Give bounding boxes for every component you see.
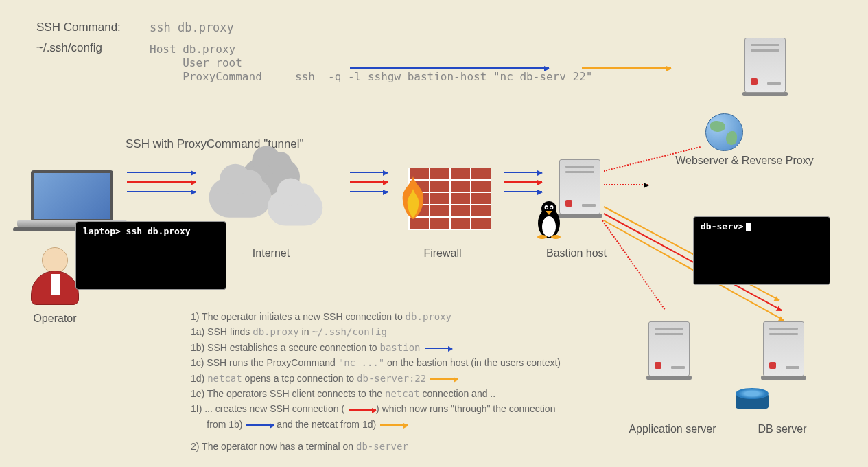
bastion-label: Bastion host [542,247,611,260]
step-1f-cont: from 1b) and the netcat from 1d) [191,417,596,432]
arrow-2-blue-bot [350,191,388,192]
terminal-laptop-text: laptop> ssh db.proxy [83,226,191,236]
config-line-1: Host db.proxy [150,43,235,56]
svg-point-5 [546,207,547,208]
cloud-icon-2 [209,177,272,218]
arrow-bastion-web-2 [604,184,648,185]
appserver-label: Application server [621,423,724,435]
svg-point-6 [550,207,552,208]
operator-icon [31,247,79,305]
arrow-2-blue-top [350,172,388,173]
config-line-2: User root [150,56,242,69]
step-1a: 1a) SSH finds db.proxy in ~/.ssh/config [191,324,596,339]
disk-icon [736,388,769,409]
dbserver-label: DB server [748,423,817,435]
header-arrow-blue [350,67,549,69]
arrow-3-red [504,181,542,183]
webproxy-label: Webserver & Reverse Proxy [666,155,823,167]
appserver-icon [648,321,690,390]
firewall-icon [408,168,491,230]
operator-label: Operator [27,312,82,325]
svg-point-8 [551,235,561,239]
steps-list: 1) The operator initiates a new SSH conn… [191,309,596,455]
dbserver-icon [763,321,804,390]
webserver-icon [744,38,786,106]
terminal-laptop: laptop> ssh db.proxy [75,221,226,290]
svg-point-1 [542,216,556,237]
step-1e: 1e) The operators SSH client connects to… [191,386,596,401]
terminal-dbserv: db-serv> [693,216,830,285]
config-line-3: ProxyCommand ssh -q -l sshgw bastion-hos… [150,70,592,83]
arrow-1-blue-top [127,172,196,173]
header-arrow-orange [582,67,671,69]
ssh-command: ssh db.proxy [150,21,234,34]
arrow-3-blue-top [504,172,542,173]
arrow-2-red [350,181,388,183]
cloud-icon-3 [268,190,323,226]
step-1d: 1d) netcat opens a tcp connection to db-… [191,371,596,386]
arrow-1-red [127,181,196,183]
step-1: 1) The operator initiates a new SSH conn… [191,309,596,324]
terminal-dbserv-text: db-serv> [701,221,744,231]
arrow-3-blue-bot [504,191,542,192]
globe-icon [705,113,743,151]
step-1c: 1c) SSH runs the ProxyCommand "nc ..." o… [191,355,596,370]
section-title: SSH with ProxyCommand "tunnel" [126,137,304,151]
firewall-label: Firewall [415,247,470,260]
step-1b: 1b) SSH establishes a secure connection … [191,340,596,355]
ssh-command-label: SSH Command: [36,21,121,34]
step-1f: 1f) ... creates new SSH connection () wh… [191,401,596,416]
svg-point-7 [537,235,547,239]
laptop-icon [31,170,113,229]
penguin-icon [532,199,566,240]
arrow-1-blue-bot [127,191,196,192]
step-2: 2) The operator now has a terminal on db… [191,439,596,454]
internet-label: Internet [244,247,298,260]
config-path-label: ~/.ssh/config [36,41,102,55]
